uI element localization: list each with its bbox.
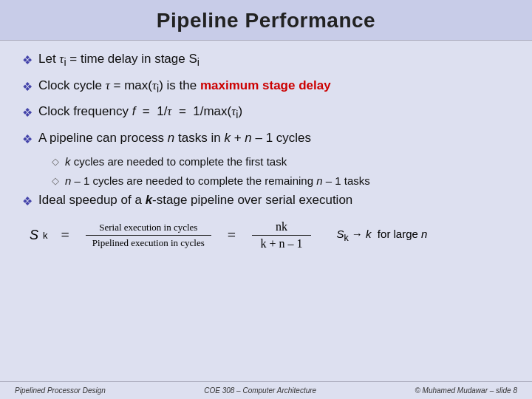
formula-section: Sk = Serial execution in cycles Pipeline… [22,220,510,250]
footer-center: COE 308 – Computer Architecture [204,386,316,395]
fraction-denominator-right: k + n – 1 [252,236,311,250]
diamond-icon-4: ❖ [22,132,33,148]
formula-equals-2: = [228,227,236,244]
formula-for-large: Sk → k for large n [330,228,427,243]
sub-bullet-4-2: ◇ n – 1 cycles are needed to complete th… [52,174,510,188]
footer-left: Pipelined Processor Design [15,386,106,395]
sub-bullet-4-1: ◇ k cycles are needed to complete the fi… [52,154,510,169]
sub-bullet-4-2-text: n – 1 cycles are needed to complete the … [65,174,370,188]
sub-diamond-icon-1: ◇ [52,156,59,168]
bullet-3-text: Clock frequency f = 1/τ = 1/max(τi) [38,103,242,123]
bullet-4-text: A pipeline can process n tasks in k + n … [38,130,311,147]
bullet-4: ❖ A pipeline can process n tasks in k + … [22,130,510,148]
diamond-icon-5: ❖ [22,194,33,210]
sub-diamond-icon-2: ◇ [52,175,59,188]
fraction-numerator-right: nk [252,220,311,236]
bullet-2: ❖ Clock cycle τ = max(τi) is the maximum… [22,78,510,97]
bullet-5: ❖ Ideal speedup of a k-stage pipeline ov… [22,192,510,210]
title-bar: Pipeline Performance [0,0,532,41]
bullet-3: ❖ Clock frequency f = 1/τ = 1/max(τi) [22,103,510,123]
bullet-2-text: Clock cycle τ = max(τi) is the maximum s… [38,78,331,97]
diamond-icon-1: ❖ [22,52,33,69]
diamond-icon-3: ❖ [22,105,33,121]
fraction-denominator-left: Pipelined execution in cycles [86,236,211,249]
formula-sk-label: Sk [30,228,48,243]
highlight-text: maximum stage delay [200,78,331,92]
fraction-numerator-left: Serial execution in cycles [86,222,211,236]
formula-equals-1: = [61,227,69,244]
sub-bullet-4-1-text: k cycles are needed to complete the firs… [65,154,287,169]
diamond-icon-2: ❖ [22,79,33,95]
bullet-1-text: Let τi = time delay in stage Si [38,51,200,70]
bullet-1: ❖ Let τi = time delay in stage Si [22,51,510,70]
slide: Pipeline Performance ❖ Let τi = time del… [0,0,532,399]
footer-right: © Muhamed Mudawar – slide 8 [415,386,517,395]
slide-title: Pipeline Performance [157,9,375,32]
fraction-left: Serial execution in cycles Pipelined exe… [86,222,211,249]
bullet-5-text: Ideal speedup of a k-stage pipeline over… [38,192,352,209]
fraction-right: nk k + n – 1 [252,220,311,250]
slide-content: ❖ Let τi = time delay in stage Si ❖ Cloc… [0,41,532,381]
slide-footer: Pipelined Processor Design COE 308 – Com… [0,381,532,399]
